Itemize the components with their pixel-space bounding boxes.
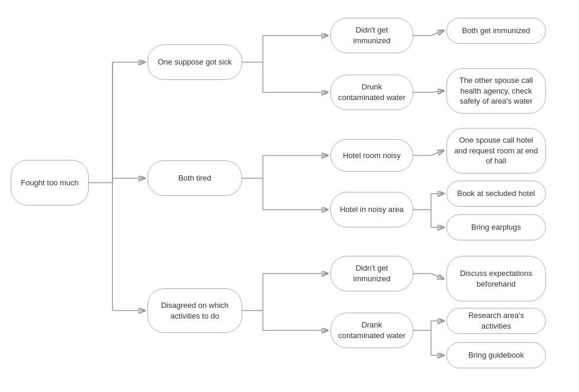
node-l2-6: Drank contaminated water xyxy=(330,313,413,348)
node-root: Fought too much xyxy=(11,160,89,205)
svg-line-26 xyxy=(431,151,443,156)
diagram: Fought too much One suppose got sick Bot… xyxy=(0,0,579,392)
node-l2-5: Didn't get immunized xyxy=(330,256,413,291)
node-l2-2: Drunk contaminated water xyxy=(330,75,413,110)
node-l1-3: Disagreed on which activities to do xyxy=(147,288,242,333)
node-l2-1: Didn't get immunized xyxy=(330,18,413,53)
svg-line-24 xyxy=(431,91,443,93)
node-l3-2: The other spouse call health agency, che… xyxy=(446,68,546,114)
node-l1-1: One suppose got sick xyxy=(147,44,242,80)
node-l3-4: Book at secluded hotel xyxy=(446,181,546,207)
node-l2-4: Hotel in noisy area xyxy=(330,192,413,227)
node-l2-3: Hotel room noisy xyxy=(330,139,413,172)
node-l3-1: Both get immunized xyxy=(446,18,546,44)
node-l3-6: Discuss expectations beforehand xyxy=(446,256,546,301)
svg-line-33 xyxy=(431,274,443,279)
svg-line-22 xyxy=(431,31,443,36)
node-l3-8: Bring guidebook xyxy=(446,342,546,368)
node-l3-3: One spouse call hotel and request room a… xyxy=(446,128,546,173)
node-l3-5: Bring earplugs xyxy=(446,214,546,240)
node-l3-7: Research area's activities xyxy=(446,308,546,334)
node-l1-2: Both tired xyxy=(147,160,242,196)
